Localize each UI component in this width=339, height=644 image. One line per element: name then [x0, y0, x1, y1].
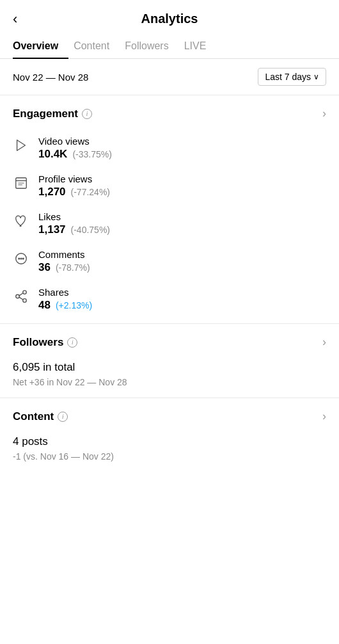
date-range-text: Nov 22 — Nov 28 [13, 72, 88, 83]
tab-live[interactable]: LIVE [184, 34, 217, 58]
date-dropdown-label: Last 7 days [265, 72, 311, 82]
engagement-info-icon[interactable]: i [82, 109, 92, 119]
followers-section-header: Followers i › [13, 335, 326, 349]
likes-label: Likes [38, 211, 110, 222]
content-posts: 4 posts [13, 432, 326, 449]
profile-svg [14, 176, 28, 190]
back-button[interactable]: ‹ [13, 12, 17, 26]
profile-views-label: Profile views [38, 173, 110, 184]
profile-views-value-row: 1,270 (-77.24%) [38, 186, 110, 198]
metric-profile-views: Profile views 1,270 (-77.24%) [13, 167, 326, 205]
svg-marker-0 [17, 140, 26, 151]
engagement-section-header: Engagement i › [13, 107, 326, 120]
followers-info-icon[interactable]: i [67, 337, 77, 348]
share-icon [13, 288, 29, 305]
tab-content[interactable]: Content [74, 34, 120, 58]
engagement-title: Engagement [13, 108, 78, 120]
followers-total-number: 6,095 [13, 361, 40, 373]
followers-net-text: Net +36 in Nov 22 — Nov 28 [13, 377, 326, 387]
comment-svg [14, 252, 28, 266]
share-svg [14, 289, 28, 303]
date-bar: Nov 22 — Nov 28 Last 7 days ∨ [0, 59, 339, 95]
metric-likes: Likes 1,137 (-40.75%) [13, 205, 326, 243]
followers-total-suffix: in total [40, 361, 75, 373]
comments-value: 36 [38, 261, 51, 274]
play-icon [13, 137, 29, 154]
svg-point-8 [22, 258, 24, 259]
shares-value-row: 48 (+2.13%) [38, 299, 92, 312]
profile-views-content: Profile views 1,270 (-77.24%) [38, 173, 110, 198]
profile-icon [13, 175, 29, 191]
content-info-icon[interactable]: i [58, 412, 68, 422]
date-range-dropdown[interactable]: Last 7 days ∨ [258, 68, 326, 86]
heart-icon [13, 213, 29, 229]
followers-title-row: Followers i [13, 336, 77, 349]
shares-change: (+2.13%) [56, 300, 92, 310]
comment-icon [13, 250, 29, 267]
comments-change: (-78.7%) [56, 262, 90, 273]
svg-point-9 [23, 291, 27, 294]
likes-change: (-40.75%) [71, 225, 110, 235]
svg-point-7 [20, 258, 22, 259]
content-posts-suffix: posts [19, 435, 47, 447]
video-views-content: Video views 10.4K (-33.75%) [38, 136, 112, 161]
engagement-title-row: Engagement i [13, 108, 92, 120]
video-views-value-row: 10.4K (-33.75%) [38, 148, 112, 161]
play-svg [14, 138, 28, 152]
svg-line-12 [19, 293, 23, 296]
svg-point-10 [16, 294, 20, 298]
heart-svg [14, 214, 28, 228]
video-views-value: 10.4K [38, 148, 67, 161]
followers-title: Followers [13, 336, 63, 349]
svg-line-13 [19, 297, 23, 300]
likes-value-row: 1,137 (-40.75%) [38, 223, 110, 236]
content-comparison-text: -1 (vs. Nov 16 — Nov 22) [13, 451, 326, 462]
content-section-header: Content i › [13, 410, 326, 423]
content-chevron-right-icon[interactable]: › [322, 410, 326, 423]
engagement-section: Engagement i › Video views 10.4K (-33.75… [0, 95, 339, 324]
header: ‹ Analytics [0, 0, 339, 34]
comments-value-row: 36 (-78.7%) [38, 261, 90, 274]
content-title-row: Content i [13, 410, 68, 423]
content-section: Content i › 4 posts -1 (vs. Nov 16 — Nov… [0, 398, 339, 472]
comments-label: Comments [38, 249, 90, 260]
followers-section: Followers i › 6,095 in total Net +36 in … [0, 324, 339, 398]
profile-views-value: 1,270 [38, 186, 66, 198]
page-title: Analytics [141, 12, 198, 26]
shares-label: Shares [38, 287, 92, 298]
engagement-chevron-right-icon[interactable]: › [322, 107, 326, 120]
chevron-down-icon: ∨ [313, 72, 319, 81]
svg-point-11 [23, 299, 27, 303]
metric-video-views: Video views 10.4K (-33.75%) [13, 129, 326, 167]
tabs-nav: Overview Content Followers LIVE [0, 34, 339, 59]
svg-point-6 [19, 258, 20, 259]
video-views-label: Video views [38, 136, 112, 147]
profile-views-change: (-77.24%) [71, 187, 110, 197]
metric-shares: Shares 48 (+2.13%) [13, 280, 326, 318]
shares-content: Shares 48 (+2.13%) [38, 287, 92, 312]
content-title: Content [13, 410, 54, 423]
likes-content: Likes 1,137 (-40.75%) [38, 211, 110, 236]
tab-overview[interactable]: Overview [13, 34, 68, 58]
followers-chevron-right-icon[interactable]: › [322, 335, 326, 349]
comments-content: Comments 36 (-78.7%) [38, 249, 90, 274]
shares-value: 48 [38, 299, 51, 312]
tab-followers[interactable]: Followers [125, 34, 178, 58]
metric-comments: Comments 36 (-78.7%) [13, 243, 326, 280]
likes-value: 1,137 [38, 223, 66, 236]
followers-total: 6,095 in total [13, 358, 326, 374]
video-views-change: (-33.75%) [72, 149, 111, 159]
